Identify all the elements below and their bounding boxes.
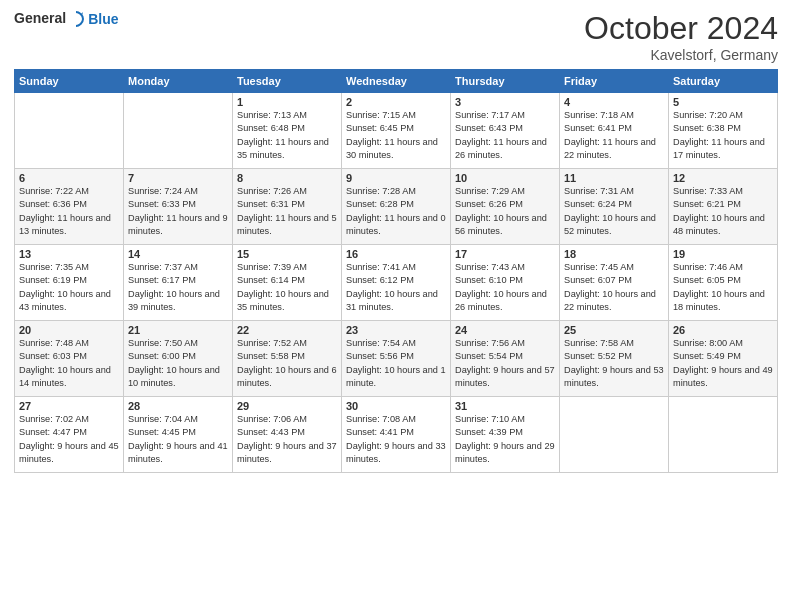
cell-info: Sunrise: 7:45 AMSunset: 6:07 PMDaylight:… (564, 262, 656, 312)
day-number: 19 (673, 248, 773, 260)
day-number: 23 (346, 324, 446, 336)
cell-info: Sunrise: 7:02 AMSunset: 4:47 PMDaylight:… (19, 414, 119, 464)
day-number: 15 (237, 248, 337, 260)
cell-info: Sunrise: 7:26 AMSunset: 6:31 PMDaylight:… (237, 186, 337, 236)
col-sunday: Sunday (15, 70, 124, 93)
cell-w2-d3: 16Sunrise: 7:41 AMSunset: 6:12 PMDayligh… (342, 245, 451, 321)
week-row-2: 6Sunrise: 7:22 AMSunset: 6:36 PMDaylight… (15, 169, 778, 245)
day-number: 29 (237, 400, 337, 412)
cell-w2-d4: 17Sunrise: 7:43 AMSunset: 6:10 PMDayligh… (451, 245, 560, 321)
cell-w1-d3: 9Sunrise: 7:28 AMSunset: 6:28 PMDaylight… (342, 169, 451, 245)
day-number: 8 (237, 172, 337, 184)
col-thursday: Thursday (451, 70, 560, 93)
cell-info: Sunrise: 7:52 AMSunset: 5:58 PMDaylight:… (237, 338, 337, 388)
day-number: 22 (237, 324, 337, 336)
cell-w3-d6: 26Sunrise: 8:00 AMSunset: 5:49 PMDayligh… (669, 321, 778, 397)
day-number: 18 (564, 248, 664, 260)
day-number: 9 (346, 172, 446, 184)
cell-info: Sunrise: 7:08 AMSunset: 4:41 PMDaylight:… (346, 414, 446, 464)
cell-info: Sunrise: 7:50 AMSunset: 6:00 PMDaylight:… (128, 338, 220, 388)
cell-w0-d0 (15, 93, 124, 169)
day-number: 24 (455, 324, 555, 336)
cell-info: Sunrise: 7:33 AMSunset: 6:21 PMDaylight:… (673, 186, 765, 236)
cell-w3-d0: 20Sunrise: 7:48 AMSunset: 6:03 PMDayligh… (15, 321, 124, 397)
cell-info: Sunrise: 7:54 AMSunset: 5:56 PMDaylight:… (346, 338, 446, 388)
day-number: 25 (564, 324, 664, 336)
cell-info: Sunrise: 7:43 AMSunset: 6:10 PMDaylight:… (455, 262, 547, 312)
month-title: October 2024 (584, 10, 778, 47)
cell-info: Sunrise: 7:46 AMSunset: 6:05 PMDaylight:… (673, 262, 765, 312)
cell-info: Sunrise: 7:56 AMSunset: 5:54 PMDaylight:… (455, 338, 555, 388)
day-number: 2 (346, 96, 446, 108)
day-number: 17 (455, 248, 555, 260)
week-row-1: 1Sunrise: 7:13 AMSunset: 6:48 PMDaylight… (15, 93, 778, 169)
cell-w0-d2: 1Sunrise: 7:13 AMSunset: 6:48 PMDaylight… (233, 93, 342, 169)
cell-info: Sunrise: 7:28 AMSunset: 6:28 PMDaylight:… (346, 186, 446, 236)
cell-info: Sunrise: 7:39 AMSunset: 6:14 PMDaylight:… (237, 262, 329, 312)
cell-info: Sunrise: 8:00 AMSunset: 5:49 PMDaylight:… (673, 338, 773, 388)
cell-w4-d3: 30Sunrise: 7:08 AMSunset: 4:41 PMDayligh… (342, 397, 451, 473)
location: Kavelstorf, Germany (584, 47, 778, 63)
logo: General Blue (14, 10, 118, 28)
header-row: Sunday Monday Tuesday Wednesday Thursday… (15, 70, 778, 93)
cell-w4-d2: 29Sunrise: 7:06 AMSunset: 4:43 PMDayligh… (233, 397, 342, 473)
cell-w4-d5 (560, 397, 669, 473)
day-number: 28 (128, 400, 228, 412)
logo-blue: Blue (88, 11, 118, 27)
day-number: 16 (346, 248, 446, 260)
cell-w4-d4: 31Sunrise: 7:10 AMSunset: 4:39 PMDayligh… (451, 397, 560, 473)
calendar-table: Sunday Monday Tuesday Wednesday Thursday… (14, 69, 778, 473)
day-number: 10 (455, 172, 555, 184)
logo-general: General (14, 10, 66, 26)
day-number: 1 (237, 96, 337, 108)
day-number: 27 (19, 400, 119, 412)
cell-info: Sunrise: 7:58 AMSunset: 5:52 PMDaylight:… (564, 338, 664, 388)
page-header: General Blue October 2024 Kavelstorf, Ge… (14, 10, 778, 63)
week-row-5: 27Sunrise: 7:02 AMSunset: 4:47 PMDayligh… (15, 397, 778, 473)
cell-w1-d2: 8Sunrise: 7:26 AMSunset: 6:31 PMDaylight… (233, 169, 342, 245)
cell-info: Sunrise: 7:29 AMSunset: 6:26 PMDaylight:… (455, 186, 547, 236)
cell-info: Sunrise: 7:22 AMSunset: 6:36 PMDaylight:… (19, 186, 111, 236)
day-number: 4 (564, 96, 664, 108)
day-number: 13 (19, 248, 119, 260)
cell-info: Sunrise: 7:24 AMSunset: 6:33 PMDaylight:… (128, 186, 228, 236)
cell-w2-d1: 14Sunrise: 7:37 AMSunset: 6:17 PMDayligh… (124, 245, 233, 321)
cell-w0-d4: 3Sunrise: 7:17 AMSunset: 6:43 PMDaylight… (451, 93, 560, 169)
col-monday: Monday (124, 70, 233, 93)
cell-info: Sunrise: 7:31 AMSunset: 6:24 PMDaylight:… (564, 186, 656, 236)
cell-w2-d6: 19Sunrise: 7:46 AMSunset: 6:05 PMDayligh… (669, 245, 778, 321)
col-friday: Friday (560, 70, 669, 93)
week-row-4: 20Sunrise: 7:48 AMSunset: 6:03 PMDayligh… (15, 321, 778, 397)
day-number: 26 (673, 324, 773, 336)
col-tuesday: Tuesday (233, 70, 342, 93)
day-number: 30 (346, 400, 446, 412)
cell-info: Sunrise: 7:13 AMSunset: 6:48 PMDaylight:… (237, 110, 329, 160)
cell-w1-d1: 7Sunrise: 7:24 AMSunset: 6:33 PMDaylight… (124, 169, 233, 245)
cell-info: Sunrise: 7:48 AMSunset: 6:03 PMDaylight:… (19, 338, 111, 388)
cell-w4-d0: 27Sunrise: 7:02 AMSunset: 4:47 PMDayligh… (15, 397, 124, 473)
logo-bird-icon (67, 10, 85, 28)
cell-w2-d0: 13Sunrise: 7:35 AMSunset: 6:19 PMDayligh… (15, 245, 124, 321)
cell-info: Sunrise: 7:06 AMSunset: 4:43 PMDaylight:… (237, 414, 337, 464)
cell-w1-d0: 6Sunrise: 7:22 AMSunset: 6:36 PMDaylight… (15, 169, 124, 245)
day-number: 5 (673, 96, 773, 108)
day-number: 11 (564, 172, 664, 184)
col-saturday: Saturday (669, 70, 778, 93)
cell-w3-d1: 21Sunrise: 7:50 AMSunset: 6:00 PMDayligh… (124, 321, 233, 397)
col-wednesday: Wednesday (342, 70, 451, 93)
day-number: 21 (128, 324, 228, 336)
week-row-3: 13Sunrise: 7:35 AMSunset: 6:19 PMDayligh… (15, 245, 778, 321)
cell-w3-d2: 22Sunrise: 7:52 AMSunset: 5:58 PMDayligh… (233, 321, 342, 397)
cell-info: Sunrise: 7:10 AMSunset: 4:39 PMDaylight:… (455, 414, 555, 464)
cell-w1-d5: 11Sunrise: 7:31 AMSunset: 6:24 PMDayligh… (560, 169, 669, 245)
cell-w1-d6: 12Sunrise: 7:33 AMSunset: 6:21 PMDayligh… (669, 169, 778, 245)
cell-info: Sunrise: 7:37 AMSunset: 6:17 PMDaylight:… (128, 262, 220, 312)
cell-info: Sunrise: 7:04 AMSunset: 4:45 PMDaylight:… (128, 414, 228, 464)
day-number: 6 (19, 172, 119, 184)
cell-info: Sunrise: 7:15 AMSunset: 6:45 PMDaylight:… (346, 110, 438, 160)
cell-w0-d6: 5Sunrise: 7:20 AMSunset: 6:38 PMDaylight… (669, 93, 778, 169)
cell-w3-d3: 23Sunrise: 7:54 AMSunset: 5:56 PMDayligh… (342, 321, 451, 397)
day-number: 3 (455, 96, 555, 108)
cell-w2-d5: 18Sunrise: 7:45 AMSunset: 6:07 PMDayligh… (560, 245, 669, 321)
day-number: 20 (19, 324, 119, 336)
